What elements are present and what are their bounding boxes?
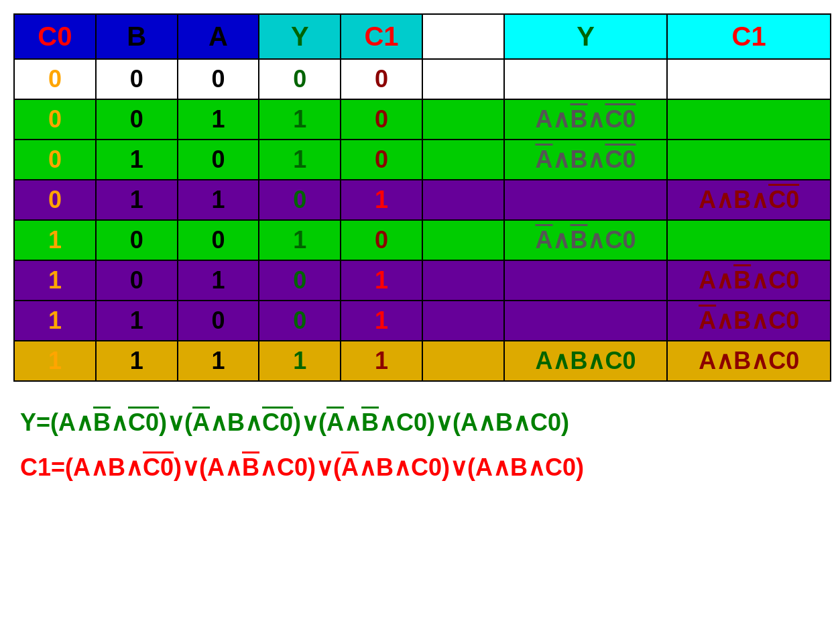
y-formula-text: Y=(A∧B∧C0)∨(A∧B∧C0)∨(A∧B∧C0)∨(A∧B∧C0) — [20, 409, 569, 437]
table-row: 1 0 0 1 0 A∧B∧C0 — [14, 220, 831, 260]
header-empty — [422, 14, 504, 59]
cell-c1-expr — [667, 220, 831, 260]
cell-c0: 1 — [14, 341, 96, 381]
cell-a: 0 — [178, 140, 259, 180]
table-row: 1 1 0 0 1 A∧B∧C0 — [14, 301, 831, 341]
cell-b: 1 — [96, 180, 178, 220]
cell-c1: 1 — [341, 341, 422, 381]
cell-b: 0 — [96, 260, 178, 301]
cell-y-expr — [504, 260, 668, 301]
cell-empty — [422, 180, 504, 220]
cell-y-expr: A∧B∧C0 — [504, 99, 668, 140]
cell-empty — [422, 59, 504, 99]
header-c1-right: C1 — [667, 14, 831, 59]
header-y-left: Y — [259, 14, 341, 59]
cell-c1-expr: A∧B∧C0 — [667, 301, 831, 341]
cell-y-expr — [504, 59, 668, 99]
cell-c1: 0 — [341, 220, 422, 260]
cell-y-expr — [504, 180, 668, 220]
cell-y-expr: A∧B∧C0 — [504, 140, 668, 180]
cell-b: 1 — [96, 140, 178, 180]
header-c0: C0 — [14, 14, 96, 59]
cell-empty — [422, 99, 504, 140]
header-y-right: Y — [504, 14, 668, 59]
table-row: 0 0 0 0 0 — [14, 59, 831, 99]
cell-y: 1 — [259, 220, 341, 260]
cell-c0: 0 — [14, 180, 96, 220]
cell-c1-expr: A∧B∧C0 — [667, 180, 831, 220]
table-row: 1 1 1 1 1 A∧B∧C0 A∧B∧C0 — [14, 341, 831, 381]
cell-y-expr: A∧B∧C0 — [504, 220, 668, 260]
header-a: A — [178, 14, 259, 59]
cell-a: 1 — [178, 341, 259, 381]
header-row: C0 B A Y C1 Y C1 — [14, 14, 831, 59]
formulas-section: Y=(A∧B∧C0)∨(A∧B∧C0)∨(A∧B∧C0)∨(A∧B∧C0) C1… — [13, 402, 827, 502]
cell-c1: 0 — [341, 140, 422, 180]
cell-b: 0 — [96, 220, 178, 260]
cell-y: 1 — [259, 140, 341, 180]
cell-c1-expr: A∧B∧C0 — [667, 260, 831, 301]
cell-empty — [422, 260, 504, 301]
c1-formula-text: C1=(A∧B∧C0)∨(A∧B∧C0)∨(A∧B∧C0)∨(A∧B∧C0) — [20, 453, 584, 482]
cell-a: 1 — [178, 99, 259, 140]
cell-y: 0 — [259, 180, 341, 220]
cell-c0: 0 — [14, 140, 96, 180]
cell-b: 1 — [96, 341, 178, 381]
cell-c0: 0 — [14, 99, 96, 140]
cell-y-expr — [504, 301, 668, 341]
cell-b: 0 — [96, 99, 178, 140]
cell-y: 1 — [259, 341, 341, 381]
cell-c1: 0 — [341, 99, 422, 140]
table-row: 0 1 0 1 0 A∧B∧C0 — [14, 140, 831, 180]
cell-a: 0 — [178, 220, 259, 260]
cell-empty — [422, 140, 504, 180]
header-b: B — [96, 14, 178, 59]
cell-c1: 1 — [341, 180, 422, 220]
cell-b: 0 — [96, 59, 178, 99]
cell-empty — [422, 301, 504, 341]
main-container: C0 B A Y C1 Y C1 0 0 0 0 0 — [7, 7, 833, 509]
cell-b: 1 — [96, 301, 178, 341]
cell-c0: 1 — [14, 220, 96, 260]
cell-a: 1 — [178, 180, 259, 220]
table-row: 0 0 1 1 0 A∧B∧C0 — [14, 99, 831, 140]
cell-c1-expr: A∧B∧C0 — [667, 341, 831, 381]
cell-c1-expr — [667, 59, 831, 99]
cell-a: 1 — [178, 260, 259, 301]
header-c1-left: C1 — [341, 14, 422, 59]
cell-y: 1 — [259, 99, 341, 140]
cell-c1: 0 — [341, 59, 422, 99]
cell-y-expr: A∧B∧C0 — [504, 341, 668, 381]
cell-c0: 1 — [14, 301, 96, 341]
cell-y: 0 — [259, 59, 341, 99]
y-formula: Y=(A∧B∧C0)∨(A∧B∧C0)∨(A∧B∧C0)∨(A∧B∧C0) — [20, 409, 820, 437]
cell-a: 0 — [178, 59, 259, 99]
cell-c0: 0 — [14, 59, 96, 99]
c1-formula: C1=(A∧B∧C0)∨(A∧B∧C0)∨(A∧B∧C0)∨(A∧B∧C0) — [20, 453, 820, 482]
cell-y: 0 — [259, 301, 341, 341]
table-row: 1 0 1 0 1 A∧B∧C0 — [14, 260, 831, 301]
cell-c1: 1 — [341, 260, 422, 301]
cell-c0: 1 — [14, 260, 96, 301]
cell-empty — [422, 220, 504, 260]
cell-c1-expr — [667, 140, 831, 180]
cell-y: 0 — [259, 260, 341, 301]
cell-c1: 1 — [341, 301, 422, 341]
cell-c1-expr — [667, 99, 831, 140]
cell-empty — [422, 341, 504, 381]
cell-a: 0 — [178, 301, 259, 341]
table-row: 0 1 1 0 1 A∧B∧C0 — [14, 180, 831, 220]
truth-table: C0 B A Y C1 Y C1 0 0 0 0 0 — [13, 13, 831, 382]
